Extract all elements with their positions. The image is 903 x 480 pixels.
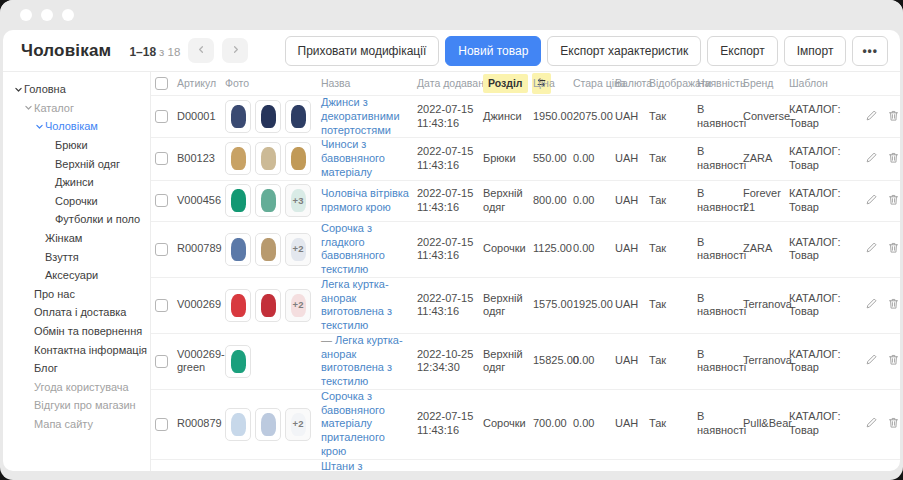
- product-photo[interactable]: [285, 100, 311, 133]
- column-header-Валюта[interactable]: Валюта: [615, 77, 649, 90]
- product-photo[interactable]: [255, 142, 281, 175]
- column-header-Назва[interactable]: Назва: [321, 77, 417, 90]
- edit-button[interactable]: [865, 151, 878, 167]
- product-name-link[interactable]: Чоловіча вітрівка прямого крою: [321, 187, 409, 213]
- delete-button[interactable]: [887, 297, 900, 313]
- sidebar-item[interactable]: Мапа сайту: [3, 415, 150, 434]
- sidebar-item[interactable]: Жінкам: [3, 229, 150, 248]
- toolbar-button-5[interactable]: Імпорт: [784, 36, 847, 66]
- row-checkbox[interactable]: [155, 243, 168, 256]
- sidebar-item[interactable]: Сорочки: [3, 192, 150, 211]
- window-dot-minimize[interactable]: [41, 9, 53, 21]
- product-photo[interactable]: [225, 408, 251, 441]
- row-checkbox[interactable]: [155, 355, 168, 368]
- row-checkbox[interactable]: [155, 194, 168, 207]
- product-name-link[interactable]: Джинси з декоративними потертостями: [321, 96, 400, 136]
- column-header-Наявність[interactable]: Наявність: [697, 77, 743, 90]
- edit-button[interactable]: [865, 297, 878, 313]
- edit-button[interactable]: [865, 193, 878, 209]
- more-photos-tile[interactable]: +2: [285, 289, 311, 322]
- sidebar-item[interactable]: Головна: [3, 80, 150, 99]
- product-photo[interactable]: [225, 142, 251, 175]
- column-header-Шаблон[interactable]: Шаблон: [789, 77, 861, 90]
- product-photo[interactable]: [285, 142, 311, 175]
- delete-button[interactable]: [887, 416, 900, 432]
- trash-icon: [887, 193, 900, 209]
- toolbar-button-1[interactable]: Приховати модифікації: [285, 36, 440, 66]
- sidebar-item[interactable]: Аксесуари: [3, 266, 150, 285]
- product-photo[interactable]: [255, 289, 281, 322]
- delete-button[interactable]: [887, 151, 900, 167]
- row-checkbox[interactable]: [155, 299, 168, 312]
- sidebar-item[interactable]: Верхній одяг: [3, 154, 150, 173]
- product-photo[interactable]: [225, 289, 251, 322]
- sidebar-item[interactable]: Обмін та повернення: [3, 322, 150, 341]
- column-header-Ціна[interactable]: Ціна: [533, 77, 573, 90]
- product-name-link[interactable]: Сорочка з бавовняного матеріалу притален…: [321, 390, 385, 457]
- delete-button[interactable]: [887, 109, 900, 125]
- more-photos-tile[interactable]: +2: [285, 233, 311, 266]
- content-area: ГоловнаКаталогЧоловікамБрюкиВерхній одяг…: [3, 71, 900, 471]
- product-name-link[interactable]: Чиноси з бавовняного матеріалу: [321, 138, 385, 178]
- delete-button[interactable]: [887, 241, 900, 257]
- column-header-Дата додавання[interactable]: Дата додавання: [417, 77, 483, 90]
- product-name-link[interactable]: Легка куртка-анорак виготовлена з тексти…: [321, 278, 392, 331]
- window-dot-maximize[interactable]: [62, 9, 74, 21]
- column-header-Фото[interactable]: Фото: [225, 77, 321, 90]
- garment-shape: [261, 413, 276, 436]
- delete-button[interactable]: [887, 353, 900, 369]
- select-all-checkbox[interactable]: [155, 77, 168, 90]
- delete-button[interactable]: [887, 193, 900, 209]
- column-header-Бренд[interactable]: Бренд: [743, 77, 789, 90]
- product-name-link[interactable]: Сорочка з гладкого бавовняного текстилю: [321, 222, 385, 275]
- sidebar-item[interactable]: Оплата і доставка: [3, 303, 150, 322]
- product-photo[interactable]: [225, 184, 251, 217]
- product-photo[interactable]: [225, 233, 251, 266]
- sidebar-item[interactable]: Контактна інформація: [3, 340, 150, 359]
- sidebar-item[interactable]: Футболки и поло: [3, 210, 150, 229]
- edit-button[interactable]: [865, 353, 878, 369]
- sidebar-item-label: Каталог: [34, 102, 74, 114]
- brand-cell: Terranova: [743, 298, 789, 312]
- column-header-Розділ[interactable]: Розділ: [483, 73, 533, 94]
- toolbar-button-4[interactable]: Експорт: [707, 36, 777, 66]
- more-photos-tile[interactable]: +3: [285, 184, 311, 217]
- product-photo[interactable]: [255, 100, 281, 133]
- row-checkbox[interactable]: [155, 110, 168, 123]
- row-actions: [861, 353, 900, 369]
- toolbar-button-3[interactable]: Експорт характеристик: [547, 36, 701, 66]
- toolbar-button-2[interactable]: Новий товар: [445, 36, 541, 66]
- toolbar-button-6[interactable]: •••: [852, 36, 888, 66]
- column-header-Стара ціна[interactable]: Стара ціна: [573, 77, 615, 90]
- pagination-prev-button[interactable]: [188, 38, 214, 63]
- sidebar-item[interactable]: Брюки: [3, 136, 150, 155]
- edit-button[interactable]: [865, 109, 878, 125]
- sidebar-item[interactable]: Відгуки про магазин: [3, 396, 150, 415]
- pagination-next-button[interactable]: [222, 38, 248, 63]
- product-photo[interactable]: [255, 408, 281, 441]
- window-dot-close[interactable]: [20, 9, 32, 21]
- sidebar-item[interactable]: Чоловікам: [3, 117, 150, 136]
- sidebar-item[interactable]: Каталог: [3, 99, 150, 118]
- sidebar-item-label: Обмін та повернення: [34, 325, 142, 337]
- edit-button[interactable]: [865, 416, 878, 432]
- edit-button[interactable]: [865, 241, 878, 257]
- sidebar-item[interactable]: Блог: [3, 359, 150, 378]
- product-photo[interactable]: [255, 184, 281, 217]
- trash-icon: [887, 353, 900, 369]
- sidebar-item[interactable]: Джинси: [3, 173, 150, 192]
- product-photo[interactable]: [255, 233, 281, 266]
- garment-shape: [231, 147, 246, 170]
- column-header-Відображати[interactable]: Відображати: [649, 77, 697, 90]
- sidebar-item[interactable]: Взуття: [3, 247, 150, 266]
- row-checkbox[interactable]: [155, 152, 168, 165]
- product-photo[interactable]: [225, 345, 251, 378]
- sidebar-item[interactable]: Угода користувача: [3, 378, 150, 397]
- row-checkbox[interactable]: [155, 418, 168, 431]
- sidebar-item[interactable]: Про нас: [3, 285, 150, 304]
- more-photos-tile[interactable]: +2: [285, 408, 311, 441]
- product-name-link[interactable]: Легка куртка-анорак виготовлена з тексти…: [321, 334, 403, 387]
- product-name-link[interactable]: Штани з бавовняного матеріалу прямого кр…: [321, 460, 391, 471]
- column-header-Артикул[interactable]: Артикул: [177, 77, 225, 90]
- product-photo[interactable]: [225, 100, 251, 133]
